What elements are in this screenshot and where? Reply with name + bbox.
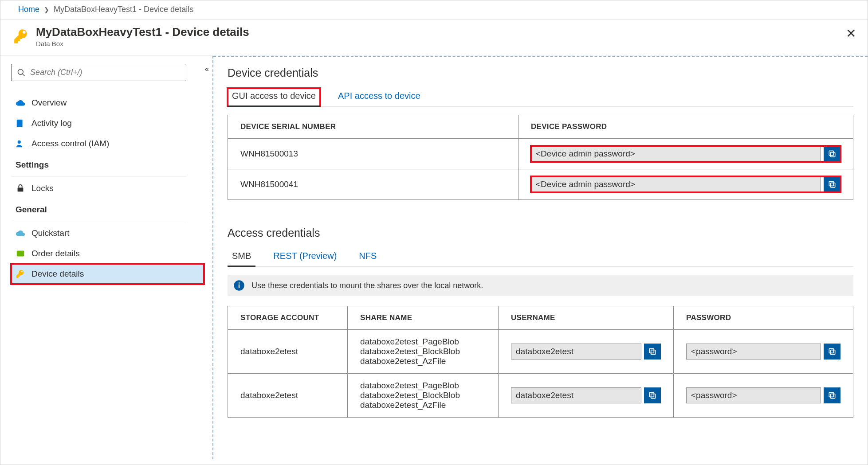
col-serial: DEVICE SERIAL NUMBER — [228, 115, 518, 139]
breadcrumb: Home ❯ MyDataBoxHeavyTest1 - Device deta… — [0, 0, 868, 20]
svg-rect-20 — [829, 392, 833, 397]
svg-rect-6 — [831, 152, 835, 157]
device-serial: WNH81500013 — [228, 139, 518, 169]
access-credentials-table: STORAGE ACCOUNT SHARE NAME USERNAME PASS… — [228, 306, 853, 418]
sidebar-item-label: Order details — [31, 249, 80, 258]
password-field — [686, 387, 841, 403]
chevron-right-icon: ❯ — [44, 6, 49, 13]
sidebar-item-locks[interactable]: Locks — [11, 178, 202, 199]
table-row: databoxe2etest databoxe2etest_PageBlob d… — [228, 330, 853, 374]
people-icon — [16, 139, 25, 148]
sidebar-item-label: Overview — [31, 98, 67, 108]
cloud-icon — [16, 98, 25, 108]
username-field — [511, 387, 661, 403]
search-input[interactable] — [30, 68, 181, 77]
log-icon — [16, 118, 25, 128]
sidebar-item-overview[interactable]: Overview — [11, 93, 202, 113]
svg-rect-11 — [239, 285, 240, 288]
tab-nfs[interactable]: NFS — [354, 248, 381, 266]
password-field — [686, 344, 841, 359]
svg-line-1 — [23, 74, 25, 76]
share-names: databoxe2etest_PageBlob databoxe2etest_B… — [348, 330, 499, 374]
svg-rect-8 — [831, 183, 835, 188]
copy-button[interactable] — [644, 387, 661, 403]
device-credentials-table: DEVICE SERIAL NUMBER DEVICE PASSWORD WNH… — [228, 115, 853, 200]
copy-button[interactable] — [824, 176, 841, 192]
sidebar-item-label: Locks — [31, 184, 54, 193]
username-field — [511, 344, 661, 359]
copy-button[interactable] — [824, 344, 841, 359]
sidebar-item-label: Activity log — [31, 118, 72, 128]
svg-rect-7 — [829, 151, 833, 155]
copy-button[interactable] — [644, 344, 661, 359]
sidebar-item-quickstart[interactable]: Quickstart — [11, 223, 202, 243]
tab-rest[interactable]: REST (Preview) — [269, 248, 341, 266]
sidebar-item-device-details[interactable]: Device details — [11, 264, 204, 284]
share-names: databoxe2etest_PageBlob databoxe2etest_B… — [348, 374, 499, 418]
tab-api-access[interactable]: API access to device — [334, 88, 425, 106]
breadcrumb-home[interactable]: Home — [18, 5, 39, 14]
table-row: WNH81500041 — [228, 169, 853, 200]
svg-rect-14 — [649, 348, 654, 353]
storage-account: databoxe2etest — [228, 330, 348, 374]
sidebar-item-iam[interactable]: Access control (IAM) — [11, 133, 202, 154]
key-icon — [16, 269, 25, 279]
svg-rect-17 — [651, 394, 656, 399]
table-row: WNH81500013 — [228, 139, 853, 169]
device-password-field — [531, 146, 841, 162]
password-input[interactable] — [686, 387, 821, 403]
divider — [11, 221, 186, 221]
copy-button[interactable] — [824, 387, 841, 403]
search-box[interactable] — [11, 64, 186, 81]
blade-header: MyDataBoxHeavyTest1 - Device details Dat… — [0, 20, 868, 55]
svg-rect-19 — [831, 394, 835, 399]
password-input[interactable] — [686, 344, 821, 359]
close-button[interactable]: ✕ — [843, 25, 859, 41]
main-content: Device credentials GUI access to device … — [213, 56, 868, 459]
order-icon — [16, 249, 25, 258]
col-storage-account: STORAGE ACCOUNT — [228, 306, 348, 330]
tab-gui-access[interactable]: GUI access to device — [228, 88, 320, 106]
section-title-device-credentials: Device credentials — [228, 66, 853, 79]
sidebar-group-settings: Settings — [11, 154, 202, 174]
svg-rect-9 — [829, 181, 833, 186]
col-password: PASSWORD — [674, 306, 853, 330]
device-password-field — [531, 176, 841, 192]
sidebar-item-order-details[interactable]: Order details — [11, 243, 202, 264]
device-access-tabs: GUI access to device API access to devic… — [228, 88, 853, 107]
svg-rect-16 — [829, 348, 833, 353]
copy-button[interactable] — [824, 146, 841, 162]
sidebar-item-label: Device details — [31, 269, 84, 279]
device-password-input[interactable] — [531, 146, 821, 162]
sidebar: « Overview Activity log — [0, 56, 213, 459]
search-icon — [17, 68, 26, 77]
svg-point-12 — [238, 282, 240, 284]
quickstart-icon — [16, 228, 25, 238]
device-serial: WNH81500041 — [228, 169, 518, 200]
storage-account: databoxe2etest — [228, 374, 348, 418]
username-input[interactable] — [511, 344, 641, 359]
key-icon — [13, 28, 30, 45]
svg-rect-13 — [651, 350, 656, 355]
tab-smb[interactable]: SMB — [228, 248, 255, 266]
col-share-name: SHARE NAME — [348, 306, 499, 330]
info-bar: Use these credentials to mount the share… — [228, 275, 853, 296]
info-text: Use these credentials to mount the share… — [251, 281, 483, 290]
svg-point-3 — [18, 141, 21, 144]
col-password: DEVICE PASSWORD — [518, 115, 853, 139]
page-title: MyDataBoxHeavyTest1 - Device details — [36, 25, 249, 39]
col-username: USERNAME — [499, 306, 674, 330]
device-password-input[interactable] — [531, 176, 821, 192]
sidebar-item-label: Quickstart — [31, 228, 70, 238]
username-input[interactable] — [511, 387, 641, 403]
sidebar-item-activity-log[interactable]: Activity log — [11, 113, 202, 133]
svg-point-0 — [18, 69, 24, 74]
svg-rect-2 — [17, 120, 23, 127]
page-subtitle: Data Box — [36, 40, 249, 47]
collapse-sidebar-icon[interactable]: « — [205, 65, 209, 74]
sidebar-group-general: General — [11, 199, 202, 219]
svg-rect-5 — [17, 251, 24, 257]
info-icon — [233, 279, 245, 292]
svg-rect-4 — [18, 188, 24, 191]
svg-rect-15 — [831, 350, 835, 355]
